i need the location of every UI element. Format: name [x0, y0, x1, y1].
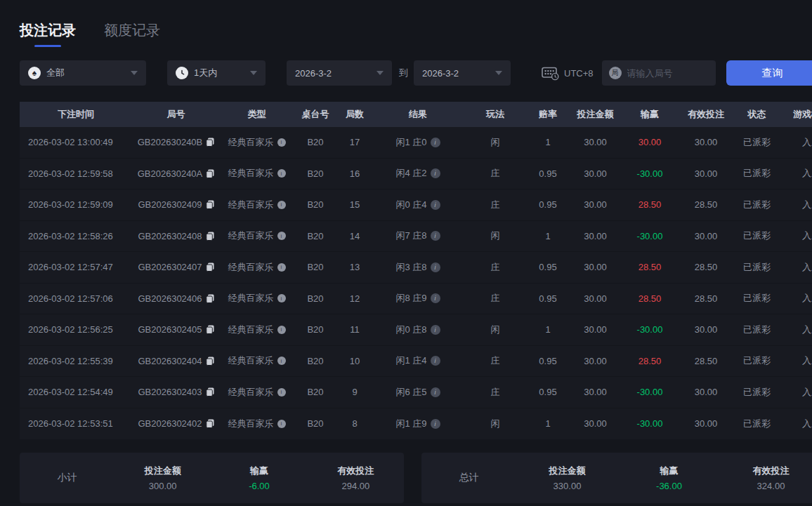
- cell-win-loss: -30.00: [622, 324, 678, 335]
- result-info-icon[interactable]: i: [431, 168, 440, 178]
- cell-bet-amount: 30.00: [569, 293, 622, 304]
- result-info-icon[interactable]: i: [431, 356, 440, 366]
- cell-win-loss: 28.50: [622, 293, 678, 304]
- cell-mode: 入座: [780, 229, 812, 242]
- type-info-icon[interactable]: i: [277, 138, 286, 147]
- chevron-down-icon: [131, 71, 138, 75]
- cell-game-type: 经典百家乐i: [220, 261, 294, 274]
- copy-icon[interactable]: [206, 357, 214, 366]
- column-header: 投注金额: [569, 108, 622, 121]
- timezone-indicator[interactable]: UTC+8: [542, 65, 594, 81]
- tab-quota-records-label: 额度记录: [104, 21, 160, 40]
- type-info-icon[interactable]: i: [277, 388, 286, 397]
- cell-round-id: GB2026302403: [132, 387, 220, 397]
- date-from-value: 2026-3-2: [295, 68, 332, 79]
- tab-betting-records[interactable]: 投注记录: [20, 21, 76, 47]
- column-header: 下注时间: [20, 108, 132, 121]
- cell-play: 闲: [464, 324, 527, 336]
- cell-odds: 0.95: [527, 199, 569, 210]
- cell-round-no: 13: [337, 262, 372, 272]
- copy-icon[interactable]: [206, 325, 214, 334]
- calendar-clock-icon: [542, 65, 559, 81]
- tab-betting-records-label: 投注记录: [20, 21, 76, 40]
- cell-valid-bet: 30.00: [678, 137, 734, 147]
- cell-status: 已派彩: [734, 229, 780, 242]
- copy-icon[interactable]: [206, 232, 214, 241]
- type-info-icon[interactable]: i: [277, 294, 286, 302]
- round-icon: 局: [609, 67, 622, 79]
- cell-status: 已派彩: [734, 167, 780, 180]
- cell-odds: 0.95: [527, 293, 569, 304]
- column-header: 局号: [132, 108, 220, 121]
- table-row: 2026-03-02 12:59:58GB202630240A经典百家乐iB20…: [20, 159, 812, 190]
- cell-mode: 入座: [780, 136, 812, 149]
- table-row: 2026-03-02 12:57:47GB2026302407经典百家乐iB20…: [20, 252, 812, 284]
- column-header: 类型: [220, 108, 294, 121]
- cell-round-no: 15: [337, 199, 372, 210]
- clock-icon: [176, 67, 188, 79]
- result-info-icon[interactable]: i: [431, 231, 440, 241]
- result-info-icon[interactable]: i: [431, 419, 440, 429]
- round-search-field[interactable]: 局: [602, 60, 716, 86]
- chevron-down-icon: [250, 71, 257, 75]
- copy-icon[interactable]: [206, 387, 214, 397]
- date-to-value: 2026-3-2: [422, 68, 459, 79]
- result-info-icon[interactable]: i: [431, 200, 440, 210]
- round-search-input[interactable]: [627, 68, 710, 79]
- copy-icon[interactable]: [206, 262, 214, 272]
- cell-result: 闲1 庄9i: [372, 418, 464, 430]
- cell-mode: 入座: [780, 354, 812, 367]
- cell-valid-bet: 30.00: [678, 168, 734, 179]
- cell-play: 庄: [464, 199, 527, 211]
- type-info-icon[interactable]: i: [277, 201, 286, 209]
- cell-status: 已派彩: [734, 324, 780, 336]
- copy-icon[interactable]: [206, 169, 214, 178]
- cell-round-no: 12: [337, 293, 372, 304]
- cell-odds: 1: [527, 231, 569, 241]
- cell-bet-amount: 30.00: [569, 137, 622, 147]
- cell-round-id: GB2026302404: [132, 356, 220, 366]
- cell-valid-bet: 30.00: [678, 418, 734, 429]
- cell-bet-amount: 30.00: [569, 356, 622, 366]
- cell-time: 2026-03-02 12:57:06: [20, 293, 132, 304]
- type-info-icon[interactable]: i: [277, 232, 286, 240]
- copy-icon[interactable]: [206, 419, 214, 428]
- copy-icon[interactable]: [206, 138, 214, 147]
- date-to-select[interactable]: 2026-3-2: [414, 60, 511, 86]
- tab-quota-records[interactable]: 额度记录: [104, 21, 160, 47]
- column-header: 结果: [372, 108, 464, 121]
- table-body: 2026-03-02 13:00:49GB202630240B经典百家乐iB20…: [20, 127, 812, 439]
- cell-win-loss: 28.50: [622, 199, 678, 210]
- cell-win-loss: -30.00: [622, 231, 678, 241]
- cell-status: 已派彩: [734, 136, 780, 149]
- type-info-icon[interactable]: i: [277, 169, 286, 178]
- cell-round-no: 14: [337, 231, 372, 241]
- type-info-icon[interactable]: i: [277, 420, 286, 428]
- time-range-select[interactable]: 1天内: [167, 60, 266, 86]
- game-type-select[interactable]: ♠ 全部: [20, 60, 146, 86]
- cell-bet-amount: 30.00: [569, 199, 622, 210]
- search-button[interactable]: 查询: [726, 60, 812, 86]
- cell-result: 闲8 庄9i: [372, 292, 464, 305]
- result-info-icon[interactable]: i: [431, 293, 440, 303]
- column-header: 有效投注: [678, 108, 734, 121]
- copy-icon[interactable]: [206, 200, 214, 209]
- result-info-icon[interactable]: i: [431, 387, 440, 397]
- result-info-icon[interactable]: i: [431, 262, 440, 272]
- cell-table-no: B20: [294, 262, 337, 272]
- cell-bet-amount: 30.00: [569, 387, 622, 397]
- column-header: 输赢: [622, 108, 678, 121]
- total-label: 总计: [421, 472, 516, 484]
- date-from-select[interactable]: 2026-3-2: [287, 60, 392, 86]
- cell-status: 已派彩: [734, 386, 780, 399]
- type-info-icon[interactable]: i: [277, 263, 286, 272]
- table-row: 2026-03-02 12:59:09GB2026302409经典百家乐iB20…: [20, 189, 812, 221]
- cell-valid-bet: 28.50: [678, 262, 734, 272]
- result-info-icon[interactable]: i: [431, 325, 440, 335]
- type-info-icon[interactable]: i: [277, 326, 286, 334]
- cell-play: 闲: [464, 418, 527, 430]
- cell-round-id: GB2026302402: [132, 418, 220, 429]
- copy-icon[interactable]: [206, 294, 214, 303]
- type-info-icon[interactable]: i: [277, 357, 286, 365]
- result-info-icon[interactable]: i: [431, 138, 440, 147]
